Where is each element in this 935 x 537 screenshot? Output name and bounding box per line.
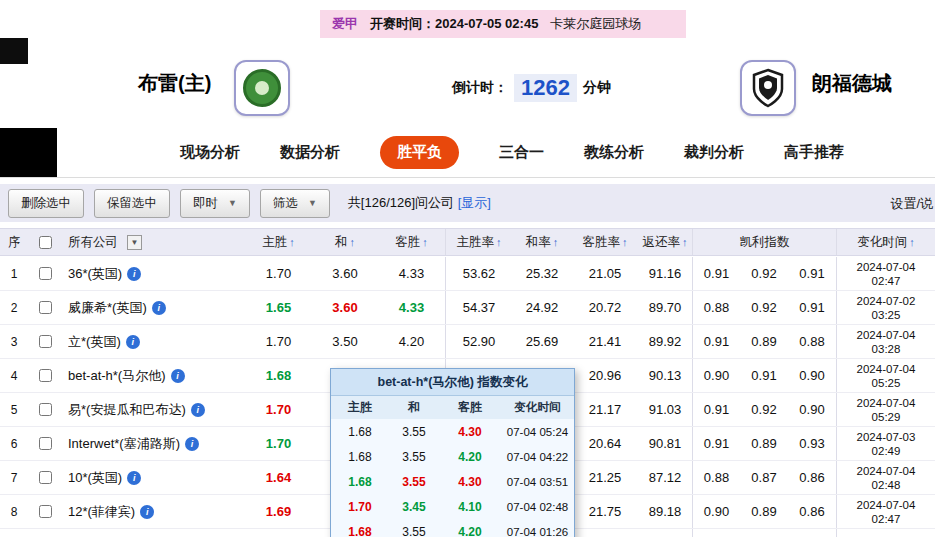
company-info-icon[interactable]: i [191, 403, 205, 417]
row-checkbox[interactable] [39, 505, 52, 518]
nav-tabs: 现场分析数据分析胜平负三合一教练分析裁判分析高手推荐 [180, 128, 844, 177]
kelly-away: 0.90 [788, 359, 836, 392]
col-company[interactable]: 所有公司 ▼ [62, 229, 245, 255]
company-cell[interactable]: 威廉希*(英国)i [62, 291, 245, 324]
filter-dropdown-label: 筛选 [273, 195, 298, 212]
sort-up-icon: ↑ [422, 236, 428, 248]
home-odds: 1.74 [245, 529, 312, 537]
col-draw-rate[interactable]: 和率↑ [512, 229, 572, 255]
away-rate: 21.25 [572, 461, 638, 494]
change-time: 2024-07-0302:49 [836, 427, 935, 460]
company-cell[interactable]: 18*i [62, 529, 245, 537]
row-checkbox[interactable] [39, 267, 52, 280]
home-odds: 1.65 [245, 291, 312, 324]
row-checkbox[interactable] [39, 335, 52, 348]
table-row[interactable]: 2威廉希*(英国)i1.653.604.3354.3724.9220.7289.… [0, 291, 935, 325]
table-header: 序 所有公司 ▼ 主胜↑ 和↑ 客胜↑ 主胜率↑ 和率↑ 客胜率↑ 返还率↑ 凯… [0, 228, 935, 256]
popup-home-odds: 1.68 [331, 475, 389, 489]
row-checkbox-cell [28, 393, 62, 426]
row-checkbox[interactable] [39, 301, 52, 314]
row-checkbox[interactable] [39, 471, 52, 484]
home-rate: 53.62 [445, 257, 512, 290]
company-cell[interactable]: 12*(菲律宾)i [62, 495, 245, 528]
keep-selected-button[interactable]: 保留选中 [94, 189, 170, 218]
popup-home-odds: 1.68 [331, 425, 389, 439]
col-away-odds[interactable]: 客胜↑ [378, 229, 445, 255]
change-hour: 05:29 [872, 410, 901, 424]
nav-tab-3[interactable]: 胜平负 [380, 136, 459, 169]
kelly-away [788, 529, 836, 537]
row-checkbox[interactable] [39, 369, 52, 382]
home-odds: 1.70 [245, 393, 312, 426]
company-info-icon[interactable]: i [140, 505, 154, 519]
company-info-icon[interactable]: i [152, 301, 166, 315]
kelly-away: 0.88 [788, 325, 836, 358]
instant-dropdown-label: 即时 [193, 195, 218, 212]
company-cell[interactable]: Interwet*(塞浦路斯)i [62, 427, 245, 460]
away-rate: 20.64 [572, 427, 638, 460]
home-odds: 1.68 [245, 359, 312, 392]
company-cell[interactable]: 立*(英国)i [62, 325, 245, 358]
odds-history-popup: bet-at-h*(马尔他) 指数变化 主胜 和 客胜 变化时间 1.683.5… [330, 368, 575, 537]
company-name: 立*(英国) [68, 333, 121, 351]
company-info-icon[interactable]: i [127, 471, 141, 485]
col-draw-odds[interactable]: 和↑ [312, 229, 378, 255]
payout-rate: 91.16 [638, 257, 692, 290]
company-cell[interactable]: 36*(英国)i [62, 257, 245, 290]
away-rate: 21.05 [572, 257, 638, 290]
change-date: 2024-07-04 [857, 498, 916, 512]
company-cell[interactable]: 10*(英国)i [62, 461, 245, 494]
kelly-draw: 0.92 [740, 393, 788, 426]
chevron-down-icon: ▼ [228, 198, 237, 208]
kelly-away: 0.86 [788, 495, 836, 528]
kelly-away: 0.90 [788, 393, 836, 426]
row-checkbox[interactable] [39, 437, 52, 450]
league-badge[interactable]: 爱甲 [332, 15, 358, 33]
row-index: 3 [0, 325, 28, 358]
change-date: 2024-07-04 [857, 464, 916, 478]
col-home-odds[interactable]: 主胜↑ [245, 229, 312, 255]
company-info-icon[interactable]: i [127, 267, 141, 281]
company-cell[interactable]: 易*(安提瓜和巴布达)i [62, 393, 245, 426]
nav-tab-7[interactable]: 高手推荐 [784, 143, 844, 162]
kelly-home: 0.90 [692, 495, 740, 528]
popup-draw-odds: 3.55 [389, 450, 439, 464]
company-info-icon[interactable]: i [126, 335, 140, 349]
change-hour: 02:47 [872, 274, 901, 288]
settings-link[interactable]: 设置/说 [890, 195, 933, 213]
away-odds: 4.33 [378, 257, 445, 290]
company-info-icon[interactable]: i [171, 369, 185, 383]
table-row[interactable]: 3立*(英国)i1.703.504.2052.9025.6921.4189.92… [0, 325, 935, 359]
show-link[interactable]: [显示] [458, 195, 491, 210]
company-info-icon[interactable]: i [185, 437, 199, 451]
col-payout[interactable]: 返还率↑ [638, 229, 692, 255]
nav-tab-2[interactable]: 数据分析 [280, 143, 340, 162]
company-cell[interactable]: bet-at-h*(马尔他)i [62, 359, 245, 392]
col-away-rate[interactable]: 客胜率↑ [572, 229, 638, 255]
countdown-label: 倒计时： [452, 79, 508, 97]
row-checkbox-cell [28, 529, 62, 537]
kelly-draw [740, 529, 788, 537]
col-change-time[interactable]: 变化时间↑ [836, 229, 935, 255]
instant-dropdown[interactable]: 即时 ▼ [180, 189, 250, 218]
change-hour: 05:25 [872, 376, 901, 390]
away-rate [572, 529, 638, 537]
home-odds: 1.70 [245, 325, 312, 358]
filter-dropdown[interactable]: 筛选 ▼ [260, 189, 330, 218]
company-filter-icon[interactable]: ▼ [127, 235, 142, 250]
nav-tab-6[interactable]: 裁判分析 [684, 143, 744, 162]
kelly-draw: 0.89 [740, 427, 788, 460]
row-index: 8 [0, 495, 28, 528]
col-draw-odds-label: 和 [335, 234, 348, 251]
nav-tab-5[interactable]: 教练分析 [584, 143, 644, 162]
nav-tab-4[interactable]: 三合一 [499, 143, 544, 162]
col-home-rate[interactable]: 主胜率↑ [445, 229, 512, 255]
col-kelly: 凯利指数 [692, 229, 836, 255]
row-checkbox[interactable] [39, 403, 52, 416]
delete-selected-button[interactable]: 删除选中 [8, 189, 84, 218]
nav-tab-1[interactable]: 现场分析 [180, 143, 240, 162]
table-row[interactable]: 136*(英国)i1.703.604.3353.6225.3221.0591.1… [0, 257, 935, 291]
popup-draw-odds: 3.55 [389, 525, 439, 537]
select-all-checkbox[interactable] [39, 236, 52, 249]
away-rate: 20.72 [572, 291, 638, 324]
